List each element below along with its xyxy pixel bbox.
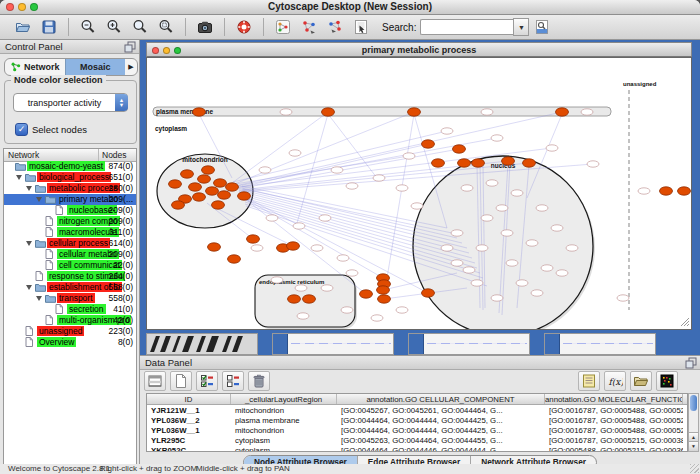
attr-unselect-button[interactable]: [222, 371, 244, 391]
main-toolbar: Search: ▼: [0, 15, 700, 40]
tree-item-secretion[interactable]: secretion41(0): [4, 304, 136, 315]
resize-grip[interactable]: [690, 464, 699, 473]
title-bar[interactable]: Cytoscape Desktop (New Session): [0, 0, 700, 15]
zoom-out-button[interactable]: [77, 16, 99, 38]
vizmapper-button[interactable]: [350, 16, 372, 38]
network-graph[interactable]: plasma membranecytoplasmmitochondrionnuc…: [147, 58, 691, 329]
layout-2-button[interactable]: [324, 16, 346, 38]
float-panel-icon[interactable]: [124, 41, 136, 55]
expand-arrow-icon[interactable]: [36, 296, 42, 301]
tree-item-macromolecule[interactable]: macromolecule311(0): [4, 227, 136, 238]
column-header-2[interactable]: annotation.GO CELLULAR_COMPONENT: [337, 394, 545, 404]
tree-item-metabolic-process[interactable]: metabolic process280(0): [4, 183, 136, 194]
tree-item-overview[interactable]: Overview8(0): [4, 337, 136, 348]
save-session-button[interactable]: [38, 16, 60, 38]
zoom-in-button[interactable]: [103, 16, 125, 38]
table-cell: [GO:0045267, GO:0045261, GO:0044464, G..…: [337, 405, 545, 415]
tree-item-multi-organism-pro[interactable]: multi-organism pro42(0): [4, 315, 136, 326]
expand-arrow-icon[interactable]: [26, 186, 32, 191]
layout-1-button[interactable]: [298, 16, 320, 38]
scroll-down-button[interactable]: ▼: [689, 441, 698, 451]
expand-arrow-icon[interactable]: [36, 197, 42, 202]
column-header-network[interactable]: Network: [8, 150, 39, 160]
table-cell: mitochondrion: [231, 425, 337, 435]
new-network-button[interactable]: [272, 16, 294, 38]
tree-item-count: 42(0): [113, 315, 133, 325]
network-tree-icon: [10, 61, 21, 74]
table-cell: [GO:0016787, GO:0005215, GO:0003824, G..…: [545, 435, 683, 445]
tree-item-biological-process[interactable]: biological_process651(0): [4, 172, 136, 183]
tree-item-establishment-of-lo[interactable]: establishment of lo558(0): [4, 282, 136, 293]
tree-item-primary-metabo[interactable]: primary metabo209(...: [4, 194, 136, 205]
tree-item-cell-communicat[interactable]: cell communicat22(0): [4, 260, 136, 271]
table-row-YPL036W__2[interactable]: YPL036W__2plasma membrane[GO:0044464, GO…: [147, 415, 687, 425]
zoom-selected-button[interactable]: [155, 16, 177, 38]
tree-item-transport[interactable]: transport558(0): [4, 293, 136, 304]
table-row-YJR121W__1[interactable]: YJR121W__1mitochondrion[GO:0045267, GO:0…: [147, 405, 687, 415]
status-pan-hint: Middle-click + drag to PAN: [196, 464, 290, 473]
column-header-3[interactable]: annotation.GO MOLECULAR_FUNCTION: [545, 394, 683, 404]
expand-arrow-icon[interactable]: [26, 241, 32, 246]
snapshot-button[interactable]: [194, 16, 216, 38]
tree-item-cellular-process[interactable]: cellular process614(0): [4, 238, 136, 249]
region-mitochondrion[interactable]: mitochondrion: [157, 154, 253, 228]
tree-item-nitrogen-compo[interactable]: nitrogen compo209(0): [4, 216, 136, 227]
select-nodes-checkbox[interactable]: ✓: [15, 123, 28, 136]
folder-icon: [25, 173, 36, 183]
tree-item-count: 558(0): [108, 293, 133, 303]
region-nucleus[interactable]: nucleus: [413, 156, 595, 329]
attr-list-button[interactable]: [578, 371, 600, 391]
background-window[interactable]: [146, 333, 258, 355]
control-panel-tabs: Network Mosaic ▶: [4, 58, 138, 76]
attr-delete-button[interactable]: [248, 371, 270, 391]
attr-select-button[interactable]: [196, 371, 218, 391]
file-icon: [45, 260, 53, 271]
table-row-YPL036W__1[interactable]: YPL036W__1mitochondrion[GO:0044464, GO:0…: [147, 425, 687, 435]
column-header-1[interactable]: _cellularLayoutRegion: [231, 394, 337, 404]
tree-item-nucleobase-[interactable]: nucleobase-209(0): [4, 205, 136, 216]
float-panel-icon[interactable]: [685, 357, 697, 371]
expand-arrow-icon[interactable]: [16, 175, 22, 180]
attr-import-button[interactable]: [630, 371, 652, 391]
table-cell: cytoplasm: [231, 445, 337, 452]
expand-arrow-icon[interactable]: [26, 285, 32, 290]
tree-item-unassigned[interactable]: unassigned223(0): [4, 326, 136, 337]
scrollbar-thumb[interactable]: [690, 395, 697, 411]
column-header-0[interactable]: ID: [147, 394, 231, 404]
search-dropdown-button[interactable]: ▼: [513, 18, 529, 36]
tree-item-cellular-metabo[interactable]: cellular metabo209(0): [4, 249, 136, 260]
table-cell: [GO:0005488, GO:0005215, GO:0003674]: [545, 445, 683, 452]
help-button[interactable]: [233, 16, 255, 38]
function-builder-button[interactable]: f(x): [604, 371, 626, 391]
tab-overflow-button[interactable]: ▶: [125, 59, 137, 75]
tree-item-label: mosaic-demo-yeast: [27, 161, 105, 171]
table-cell: [GO:0045263, GO:0044464, GO:0044455, G..…: [337, 435, 545, 445]
tab-network[interactable]: Network: [5, 59, 65, 75]
search-input[interactable]: [420, 19, 513, 35]
background-window[interactable]: [272, 333, 394, 355]
table-cell: plasma membrane: [231, 415, 337, 425]
open-file-button[interactable]: [12, 16, 34, 38]
svg-text:f(x): f(x): [609, 377, 624, 387]
tree-item-mosaic-demo-yeast[interactable]: mosaic-demo-yeast874(0): [4, 161, 136, 172]
network-view-titlebar[interactable]: primary metabolic process: [146, 42, 692, 57]
tree-item-label: biological_process: [37, 172, 111, 182]
network-canvas[interactable]: plasma membranecytoplasmmitochondrionnuc…: [146, 57, 692, 330]
table-row-YKR052C[interactable]: YKR052Ccytoplasm[GO:0044464, GO:0044446,…: [147, 445, 687, 452]
attr-new-button[interactable]: [170, 371, 192, 391]
table-scrollbar[interactable]: ▲ ▼: [688, 393, 699, 452]
column-header-nodes[interactable]: Nodes: [102, 150, 127, 160]
zoom-fit-button[interactable]: [129, 16, 151, 38]
canvas-resize-grip[interactable]: [681, 318, 689, 326]
node-color-dropdown[interactable]: transporter activity ▲▼: [13, 93, 128, 112]
background-window[interactable]: [408, 333, 530, 355]
tree-item-response-to-stimulu[interactable]: response to stimulu264(0): [4, 271, 136, 282]
region-plasma-membrane[interactable]: plasma membrane: [153, 107, 611, 116]
background-window[interactable]: [544, 333, 656, 355]
attr-table-button[interactable]: [144, 371, 166, 391]
advanced-search-button[interactable]: [531, 16, 553, 38]
network-desktop: primary metabolic process plasma membran…: [140, 40, 700, 355]
table-row-YLR295C[interactable]: YLR295Ccytoplasm[GO:0045263, GO:0044464,…: [147, 435, 687, 445]
attr-matrix-button[interactable]: [656, 371, 678, 391]
tab-mosaic[interactable]: Mosaic: [65, 59, 126, 75]
